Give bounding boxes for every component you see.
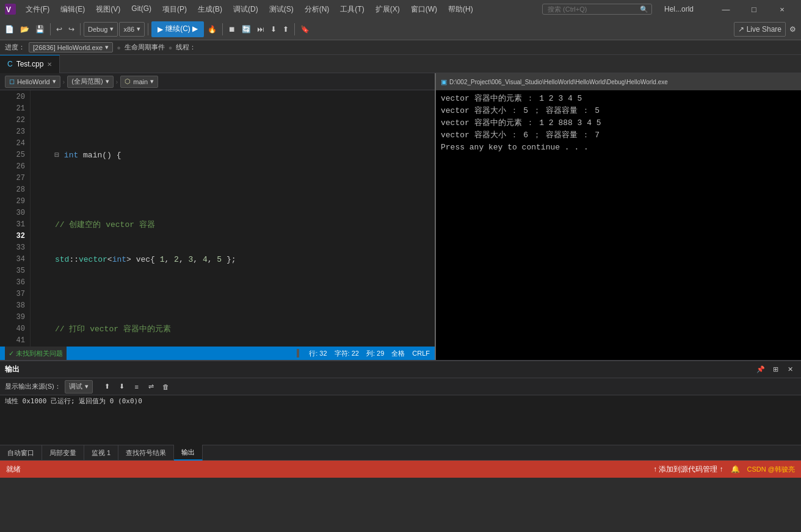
title-bar: V 文件(F) 编辑(E) 视图(V) Git(G) 项目(P) 生成(B) 调… (0, 0, 801, 18)
line-numbers: 20 21 22 23 24 25 26 27 28 29 30 31 32 3… (0, 90, 31, 347)
output-align-button[interactable]: ≡ (131, 381, 143, 393)
output-panel: 输出 📌 ⊞ ✕ 显示输出来源(S)： 调试 ▾ ⬆ ⬇ ≡ ⇌ 🗑 域性 0x… (0, 360, 801, 461)
output-action-buttons: ⬆ ⬇ ≡ ⇌ 🗑 (101, 381, 172, 393)
process-dropdown[interactable]: [26836] HelloWorld.exe ▾ (29, 42, 113, 52)
code-content[interactable]: ⊟ int main() { // 创建空的 vector 容器 std::ve… (31, 90, 435, 347)
add-source-control[interactable]: ↑ 添加到源代码管理 ↑ (653, 464, 723, 475)
output-content: 域性 0x1000 己运行; 返回值为 0 (0x0)0 (0, 395, 801, 445)
sel-indicator: 列: 29 (366, 349, 384, 358)
main-editor-area: ◻ HelloWorld ▾ › (全局范围) ▾ › ⬡ main ▾ 20 … (0, 73, 801, 360)
continue-button[interactable]: ▶ 继续(C) ▶ (151, 21, 204, 37)
menu-extensions[interactable]: 扩展(X) (371, 3, 405, 16)
app-status-bar: 就绪 ↑ 添加到源代码管理 ↑ 🔔 CSDN @韩骏亮 (0, 461, 801, 478)
menu-help[interactable]: 帮助(H) (443, 3, 478, 16)
output-panel-controls: 📌 ⊞ ✕ (755, 364, 796, 376)
toolbar-open[interactable]: 📂 (18, 21, 32, 37)
output-source-value: 调试 (69, 382, 82, 391)
toolbar-restart[interactable]: 🔄 (239, 21, 253, 37)
menu-test[interactable]: 测试(S) (264, 3, 299, 16)
output-panel-title: 输出 (5, 364, 20, 375)
console-line-3: vector 容器中的元素 ： 1 2 888 3 4 5 (441, 117, 796, 129)
class-dropdown[interactable]: ◻ HelloWorld ▾ (5, 76, 60, 88)
class-icon: ◻ (9, 77, 15, 85)
toolbar-bookmark[interactable]: 🔖 (298, 21, 312, 37)
search-input[interactable] (542, 4, 652, 15)
bottom-tab-find-symbols[interactable]: 查找符号结果 (118, 445, 174, 461)
console-line-1: vector 容器中的元素 ： 1 2 3 4 5 (441, 93, 796, 105)
menu-project[interactable]: 项目(P) (158, 3, 192, 16)
toolbar-undo[interactable]: ↩ (54, 21, 65, 37)
toolbar-save[interactable]: 💾 (33, 21, 47, 37)
scope-dropdown[interactable]: (全局范围) ▾ (67, 76, 113, 88)
file-tab-close[interactable]: ✕ (47, 61, 52, 68)
app-status-right: ↑ 添加到源代码管理 ↑ 🔔 CSDN @韩骏亮 (653, 464, 795, 475)
menu-analyze[interactable]: 分析(N) (300, 3, 335, 16)
member-label: main (133, 78, 148, 85)
output-source-dropdown[interactable]: 调试 ▾ (65, 380, 93, 394)
play-icon: ▶ (158, 25, 163, 34)
bottom-tab-watch1[interactable]: 监视 1 (84, 445, 118, 461)
live-share-button[interactable]: ↗ Live Share (734, 22, 786, 37)
close-button[interactable]: × (768, 0, 796, 18)
chevron-down-icon: ▾ (110, 25, 114, 33)
debug-config-dropdown[interactable]: Debug ▾ (84, 22, 118, 37)
console-content: vector 容器中的元素 ： 1 2 3 4 5 vector 容器大小 ： … (436, 90, 801, 360)
output-down-button[interactable]: ⬇ (116, 381, 128, 393)
menu-edit[interactable]: 编辑(E) (56, 3, 90, 16)
toolbar-step-out[interactable]: ⬆ (280, 21, 291, 37)
menu-window[interactable]: 窗口(W) (406, 3, 442, 16)
code-line-26: // 打印 vector 容器中的元素 (35, 323, 430, 335)
console-icon: ▣ (441, 78, 447, 86)
output-title-bar: 输出 📌 ⊞ ✕ (0, 361, 801, 378)
file-tab-test-cpp[interactable]: C Test.cpp ✕ (0, 55, 60, 73)
chevron-down-icon-2: ▾ (137, 25, 140, 33)
code-line-21: ⊟ int main() { (35, 149, 430, 161)
bottom-tab-auto[interactable]: 自动窗口 (0, 445, 42, 461)
toolbar-settings[interactable]: ⚙ (787, 21, 799, 37)
output-clear-button[interactable]: 🗑 (160, 381, 172, 393)
menu-tools[interactable]: 工具(T) (335, 3, 369, 16)
breadcrumb-sep2: › (116, 78, 118, 85)
ready-status: 就绪 (6, 464, 21, 475)
output-source-label: 显示输出来源(S)： (5, 382, 61, 391)
notification-bell[interactable]: 🔔 (731, 465, 740, 473)
menu-build[interactable]: 生成(B) (193, 3, 227, 16)
output-close-button[interactable]: ✕ (784, 364, 796, 376)
toolbar-fire[interactable]: 🔥 (205, 21, 219, 37)
bottom-tab-output[interactable]: 输出 (174, 445, 203, 461)
file-icon: C (7, 60, 13, 68)
class-name: HelloWorld (17, 78, 50, 85)
toolbar-redo[interactable]: ↪ (66, 21, 77, 37)
file-tabs-bar: C Test.cpp ✕ (0, 55, 801, 73)
output-pin-button[interactable]: 📌 (755, 364, 767, 376)
bottom-tab-locals[interactable]: 局部变量 (42, 445, 84, 461)
menu-git[interactable]: Git(G) (126, 3, 156, 16)
col-indicator: 字符: 22 (335, 349, 359, 358)
code-line-20 (35, 115, 430, 126)
row-indicator: 行: 32 (309, 349, 327, 358)
toolbar-stop[interactable]: ⏹ (226, 21, 238, 37)
toolbar-step-in[interactable]: ⬇ (268, 21, 279, 37)
arch-dropdown[interactable]: x86 ▾ (119, 22, 145, 37)
chevron-down-4: ▾ (53, 77, 56, 85)
menu-view[interactable]: 视图(V) (91, 3, 125, 16)
menu-file[interactable]: 文件(F) (21, 3, 54, 16)
toolbar-step-over[interactable]: ⏭ (255, 21, 267, 37)
code-line-24: std::vector<int> vec{ 1, 2, 3, 4, 5 }; (35, 254, 430, 265)
maximize-button[interactable]: □ (740, 0, 768, 18)
code-editor[interactable]: 20 21 22 23 24 25 26 27 28 29 30 31 32 3… (0, 90, 435, 347)
output-wrap-button[interactable]: ⇌ (145, 381, 158, 393)
toolbar-new[interactable]: 📄 (2, 21, 16, 37)
console-title: D:\002_Project\006_Visual_Studio\HelloWo… (449, 79, 668, 85)
space-indicator: 全格 (391, 349, 405, 358)
menu-debug[interactable]: 调试(D) (228, 3, 263, 16)
output-undock-button[interactable]: ⊞ (769, 364, 781, 376)
chevron-down-6: ▾ (150, 77, 154, 85)
editor-panel: ◻ HelloWorld ▾ › (全局范围) ▾ › ⬡ main ▾ 20 … (0, 73, 435, 360)
minimize-button[interactable]: — (712, 0, 740, 18)
console-line-2: vector 容器大小 ： 5 ； 容器容量 ： 5 (441, 105, 796, 117)
member-dropdown[interactable]: ⬡ main ▾ (120, 76, 158, 88)
code-line-23: // 创建空的 vector 容器 (35, 219, 430, 231)
separator-dot: ● (117, 44, 121, 51)
output-up-button[interactable]: ⬆ (101, 381, 114, 393)
